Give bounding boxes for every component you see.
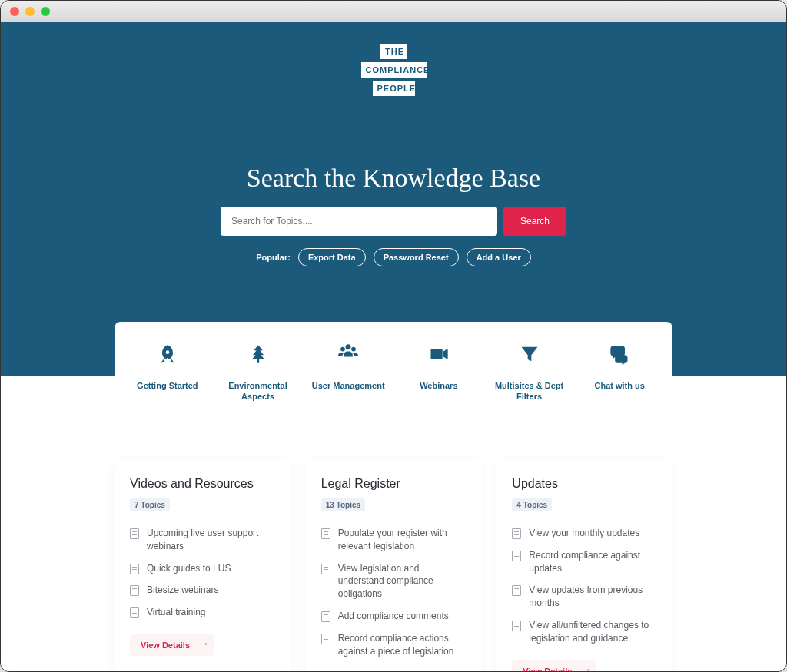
list-item[interactable]: Bitesize webinars bbox=[130, 584, 275, 597]
topic-count-badge: 7 Topics bbox=[130, 498, 170, 511]
category-label: Environmental Aspects bbox=[213, 380, 304, 402]
list-item-label: View all/unfiltered changes to legislati… bbox=[529, 619, 657, 645]
document-icon bbox=[512, 585, 521, 596]
card-title: Updates bbox=[512, 477, 657, 491]
card-updates: Updates 4 Topics View your monthly updat… bbox=[496, 460, 672, 672]
popular-tag-add-user[interactable]: Add a User bbox=[467, 248, 531, 266]
browser-window: THE COMPLIANCE PEOPLE Search the Knowled… bbox=[0, 0, 787, 672]
document-icon bbox=[321, 528, 330, 539]
list-item[interactable]: View all/unfiltered changes to legislati… bbox=[512, 619, 657, 645]
list-item[interactable]: Populate your register with relevant leg… bbox=[321, 527, 467, 553]
view-details-button[interactable]: View Details bbox=[512, 660, 596, 672]
button-label: View Details bbox=[141, 641, 190, 650]
category-environmental-aspects[interactable]: Environmental Aspects bbox=[213, 340, 304, 402]
list-item-label: View legislation and understand complian… bbox=[338, 562, 467, 601]
list-item[interactable]: Virtual training bbox=[130, 606, 275, 619]
document-icon bbox=[321, 611, 330, 622]
popular-label: Popular: bbox=[256, 253, 291, 262]
document-icon bbox=[130, 585, 139, 596]
topic-count-badge: 13 Topics bbox=[321, 498, 365, 511]
card-title: Videos and Resources bbox=[130, 477, 275, 491]
card-videos-resources: Videos and Resources 7 Topics Upcoming l… bbox=[115, 460, 291, 672]
card-row: Videos and Resources 7 Topics Upcoming l… bbox=[115, 460, 672, 672]
list-item-label: View updates from previous months bbox=[529, 584, 657, 610]
list-item-label: Virtual training bbox=[147, 606, 206, 619]
list-item[interactable]: Record compliance against updates bbox=[512, 549, 657, 575]
list-item[interactable]: View updates from previous months bbox=[512, 584, 657, 610]
card-title: Legal Register bbox=[321, 477, 467, 491]
list-item[interactable]: View legislation and understand complian… bbox=[321, 562, 467, 601]
document-icon bbox=[321, 634, 330, 644]
page-content: THE COMPLIANCE PEOPLE Search the Knowled… bbox=[1, 22, 786, 672]
logo-line-3: PEOPLE bbox=[373, 81, 415, 96]
category-label: Getting Started bbox=[122, 380, 213, 391]
topic-list: Populate your register with relevant leg… bbox=[321, 527, 467, 657]
list-item-label: Upcoming live user support webinars bbox=[147, 527, 275, 553]
card-legal-register: Legal Register 13 Topics Populate your r… bbox=[306, 460, 482, 672]
category-getting-started[interactable]: Getting Started bbox=[122, 340, 213, 402]
logo-line-1: THE bbox=[380, 44, 407, 59]
window-title-bar bbox=[1, 1, 786, 22]
window-minimize-icon[interactable] bbox=[25, 7, 35, 16]
list-item[interactable]: Record compliance actions against a piec… bbox=[321, 632, 467, 658]
list-item-label: Record compliance actions against a piec… bbox=[338, 632, 467, 658]
arrow-right-icon bbox=[578, 668, 586, 672]
popular-tag-export-data[interactable]: Export Data bbox=[298, 248, 366, 266]
category-panel: Getting Started Environmental Aspects Us… bbox=[115, 322, 672, 424]
topic-list: View your monthly updates Record complia… bbox=[512, 527, 657, 645]
chat-icon bbox=[574, 340, 665, 368]
search-button[interactable]: Search bbox=[503, 207, 566, 236]
document-icon bbox=[130, 528, 139, 539]
hero-title: Search the Knowledge Base bbox=[16, 164, 771, 193]
video-icon bbox=[394, 340, 484, 368]
list-item[interactable]: Quick guides to LUS bbox=[130, 562, 275, 575]
document-icon bbox=[130, 607, 139, 618]
window-close-icon[interactable] bbox=[10, 7, 19, 16]
document-icon bbox=[512, 621, 521, 631]
list-item-label: Add compliance comments bbox=[338, 610, 449, 623]
list-item-label: Bitesize webinars bbox=[147, 584, 218, 597]
category-label: Chat with us bbox=[574, 380, 665, 391]
logo-line-2: COMPLIANCE bbox=[361, 62, 427, 78]
document-icon bbox=[512, 551, 521, 561]
list-item-label: Quick guides to LUS bbox=[147, 562, 231, 575]
search-input[interactable] bbox=[221, 207, 497, 236]
hero-section: THE COMPLIANCE PEOPLE Search the Knowled… bbox=[1, 22, 786, 376]
list-item[interactable]: Upcoming live user support webinars bbox=[130, 527, 275, 553]
list-item-label: Record compliance against updates bbox=[529, 549, 657, 575]
document-icon bbox=[321, 564, 330, 574]
list-item[interactable]: Add compliance comments bbox=[321, 610, 467, 623]
list-item-label: View your monthly updates bbox=[529, 527, 639, 540]
topic-count-badge: 4 Topics bbox=[512, 498, 552, 511]
tree-icon bbox=[213, 340, 304, 368]
arrow-right-icon bbox=[196, 642, 204, 648]
popular-row: Popular: Export Data Password Reset Add … bbox=[16, 248, 771, 266]
window-maximize-icon[interactable] bbox=[41, 7, 50, 16]
category-multisites-dept-filters[interactable]: Multisites & Dept Filters bbox=[484, 340, 575, 402]
category-chat-with-us[interactable]: Chat with us bbox=[574, 340, 665, 402]
document-icon bbox=[512, 528, 521, 539]
category-label: Multisites & Dept Filters bbox=[484, 380, 575, 402]
brand-logo[interactable]: THE COMPLIANCE PEOPLE bbox=[16, 44, 771, 96]
filter-icon bbox=[484, 340, 575, 368]
search-row: Search bbox=[16, 207, 771, 236]
category-user-management[interactable]: User Management bbox=[303, 340, 394, 402]
topic-list: Upcoming live user support webinars Quic… bbox=[130, 527, 275, 619]
list-item[interactable]: View your monthly updates bbox=[512, 527, 657, 540]
document-icon bbox=[130, 564, 139, 574]
users-icon bbox=[303, 340, 394, 368]
category-webinars[interactable]: Webinars bbox=[394, 340, 484, 402]
rocket-icon bbox=[122, 340, 213, 368]
category-label: User Management bbox=[303, 380, 394, 391]
button-label: View Details bbox=[523, 667, 572, 672]
view-details-button[interactable]: View Details bbox=[130, 634, 214, 656]
list-item-label: Populate your register with relevant leg… bbox=[338, 527, 467, 553]
popular-tag-password-reset[interactable]: Password Reset bbox=[374, 248, 459, 266]
category-label: Webinars bbox=[394, 380, 484, 391]
